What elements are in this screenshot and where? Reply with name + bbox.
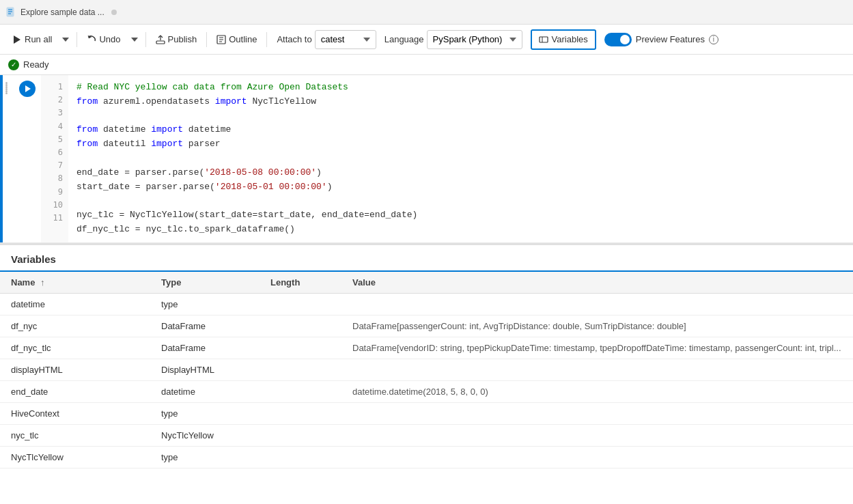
- table-header-row: Name ↑ Type Length Value: [0, 272, 853, 294]
- toolbar: Run all Undo Publish Outline: [0, 25, 853, 55]
- table-row: nyc_tlc NycTlcYellow: [0, 424, 853, 446]
- cell-value: [341, 402, 853, 424]
- cell-type: DisplayHTML: [150, 359, 260, 380]
- run-all-button[interactable]: Run all: [7, 29, 57, 50]
- undo-button[interactable]: Undo: [81, 29, 126, 50]
- svg-rect-11: [540, 37, 548, 42]
- col-name-header[interactable]: Name ↑: [0, 272, 150, 294]
- undo-label: Undo: [99, 34, 120, 44]
- cell-type: datetime: [150, 380, 260, 402]
- preview-group: Preview Features i: [604, 33, 718, 46]
- unsaved-indicator: [111, 10, 117, 15]
- variables-table: Name ↑ Type Length Value datetime type d…: [0, 272, 853, 468]
- code-section: 1 2 3 4 5 6 7 8 9 10 11 # Read NYC yello…: [0, 75, 853, 504]
- cell-length: [260, 359, 341, 380]
- code-cell: 1 2 3 4 5 6 7 8 9 10 11 # Read NYC yello…: [0, 75, 853, 243]
- code-line-2: from azureml.opendatasets import NycTlcY…: [76, 95, 845, 109]
- cell-name: end_date: [0, 380, 150, 402]
- preview-toggle[interactable]: [604, 33, 632, 46]
- info-icon[interactable]: i: [709, 35, 718, 44]
- language-label: Language: [384, 34, 424, 44]
- language-select[interactable]: PySpark (Python): [427, 30, 522, 49]
- publish-button[interactable]: Publish: [150, 29, 203, 50]
- cell-grip: [5, 82, 8, 94]
- cell-value: datetime.datetime(2018, 5, 8, 0, 0): [341, 380, 853, 402]
- cell-controls: [14, 75, 41, 242]
- preview-label: Preview Features: [636, 34, 705, 44]
- table-row: displayHTML DisplayHTML: [0, 359, 853, 380]
- svg-rect-5: [156, 41, 165, 44]
- table-row: df_nyc DataFrame DataFrame[passengerCoun…: [0, 315, 853, 337]
- code-line-6: [76, 152, 845, 166]
- cell-length: [260, 380, 341, 402]
- code-line-11: df_nyc_tlc = nyc_tlc.to_spark_dataframe(…: [76, 223, 845, 237]
- cell-type: type: [150, 293, 260, 315]
- code-line-4: from datetime import datetime: [76, 123, 845, 137]
- chevron-down-icon: [131, 38, 138, 42]
- variables-label: Variables: [552, 34, 588, 44]
- cell-name: HiveContext: [0, 402, 150, 424]
- table-row: end_date datetime datetime.datetime(2018…: [0, 380, 853, 402]
- col-length-header[interactable]: Length: [260, 272, 341, 294]
- outline-button[interactable]: Outline: [211, 29, 262, 50]
- cell-length: [260, 446, 341, 468]
- cell-length: [260, 293, 341, 315]
- cell-value: [341, 446, 853, 468]
- run-all-dropdown[interactable]: [59, 29, 72, 50]
- cell-name: NycTlcYellow: [0, 446, 150, 468]
- col-value-header[interactable]: Value: [341, 272, 853, 294]
- col-type-header[interactable]: Type: [150, 272, 260, 294]
- cell-type: DataFrame: [150, 315, 260, 337]
- cell-value: DataFrame[vendorID: string, tpepPickupDa…: [341, 337, 853, 359]
- attach-group: Attach to catest: [277, 30, 376, 49]
- run-cell-button[interactable]: [19, 81, 36, 97]
- run-all-label: Run all: [25, 34, 52, 44]
- attach-label: Attach to: [277, 34, 311, 44]
- cell-value: [341, 359, 853, 380]
- variables-section: Variables Name ↑ Type Length Value datet…: [0, 243, 853, 503]
- attach-select[interactable]: catest: [315, 30, 376, 49]
- cell-value: [341, 293, 853, 315]
- code-line-10: nyc_tlc = NycTlcYellow(start_date=start_…: [76, 208, 845, 223]
- cell-value: DataFrame[passengerCount: int, AvgTripDi…: [341, 315, 853, 337]
- code-line-3: [76, 109, 845, 124]
- cell-length: [260, 424, 341, 446]
- sort-icon: ↑: [40, 277, 45, 288]
- table-row: HiveContext type: [0, 402, 853, 424]
- window-title: Explore sample data ...: [20, 8, 104, 17]
- status-icon: ✓: [8, 59, 19, 70]
- cell-name: datetime: [0, 293, 150, 315]
- variables-button[interactable]: Variables: [531, 29, 596, 50]
- divider-3: [206, 32, 207, 47]
- line-numbers: 1 2 3 4 5 6 7 8 9 10 11: [41, 75, 68, 242]
- language-group: Language PySpark (Python): [384, 30, 522, 49]
- status-bar: ✓ Ready: [0, 55, 853, 75]
- cell-length: [260, 402, 341, 424]
- cell-name: displayHTML: [0, 359, 150, 380]
- divider-4: [266, 32, 267, 47]
- code-editor[interactable]: # Read NYC yellow cab data from Azure Op…: [68, 75, 853, 242]
- table-row: datetime type: [0, 293, 853, 315]
- undo-dropdown[interactable]: [128, 29, 141, 50]
- run-icon: [12, 35, 22, 44]
- notebook-icon: [5, 7, 16, 18]
- publish-label: Publish: [168, 34, 197, 44]
- title-bar: Explore sample data ...: [0, 0, 853, 25]
- code-line-8: start_date = parser.parse('2018-05-01 00…: [76, 180, 845, 195]
- table-row: NycTlcYellow type: [0, 446, 853, 468]
- variables-table-head: Name ↑ Type Length Value: [0, 272, 853, 294]
- cell-type: NycTlcYellow: [150, 424, 260, 446]
- cell-name: df_nyc_tlc: [0, 337, 150, 359]
- status-text: Ready: [23, 59, 49, 70]
- variables-title: Variables: [0, 245, 853, 272]
- outline-icon: [216, 35, 226, 44]
- code-line-5: from dateutil import parser: [76, 137, 845, 152]
- svg-marker-4: [14, 36, 20, 44]
- divider-1: [76, 32, 77, 47]
- undo-icon: [87, 35, 96, 44]
- variables-table-body: datetime type df_nyc DataFrame DataFrame…: [0, 293, 853, 468]
- cell-type: type: [150, 402, 260, 424]
- cell-name: nyc_tlc: [0, 424, 150, 446]
- code-line-1: # Read NYC yellow cab data from Azure Op…: [76, 81, 845, 95]
- cell-name: df_nyc: [0, 315, 150, 337]
